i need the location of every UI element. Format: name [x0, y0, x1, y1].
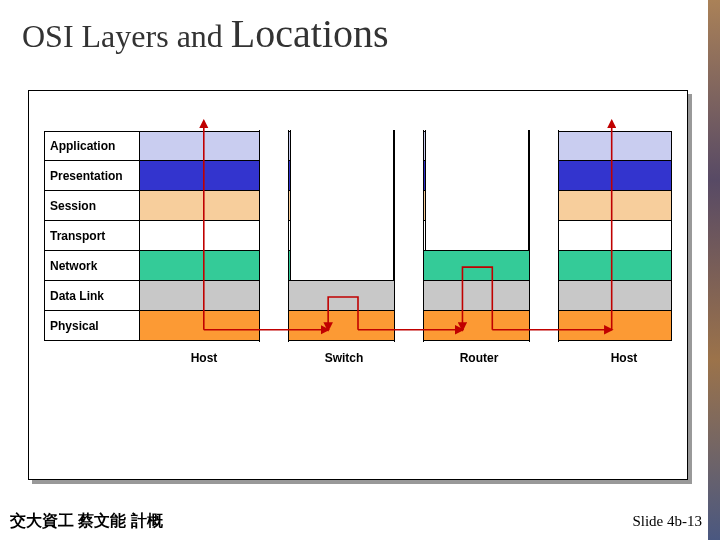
- column-gap: [529, 130, 559, 342]
- footer-left: 交大資工 蔡文能 計概: [10, 511, 163, 532]
- layer-label: Presentation: [45, 161, 140, 190]
- layer-label: Physical: [45, 311, 140, 340]
- layer-label: Network: [45, 251, 140, 280]
- column-gap: [394, 130, 424, 342]
- layer-label: Session: [45, 191, 140, 220]
- caption-switch: Switch: [299, 351, 389, 365]
- caption-host-right: Host: [584, 351, 664, 365]
- decorative-edge: [708, 0, 720, 540]
- layer-label: Application: [45, 132, 140, 160]
- caption-host-left: Host: [159, 351, 249, 365]
- title-prefix: OSI Layers and: [22, 18, 231, 54]
- router-top-mask: [425, 130, 529, 251]
- footer-right: Slide 4b-13: [632, 513, 702, 530]
- caption-router: Router: [434, 351, 524, 365]
- title-emphasis: Locations: [231, 11, 389, 56]
- layer-label: Data Link: [45, 281, 140, 310]
- switch-top-mask: [290, 130, 394, 281]
- diagram-panel: ApplicationPresentationSessionTransportN…: [28, 90, 688, 480]
- slide-title: OSI Layers and Locations: [22, 10, 389, 57]
- column-gap: [259, 130, 289, 342]
- layer-label: Transport: [45, 221, 140, 250]
- device-columns: [139, 131, 672, 341]
